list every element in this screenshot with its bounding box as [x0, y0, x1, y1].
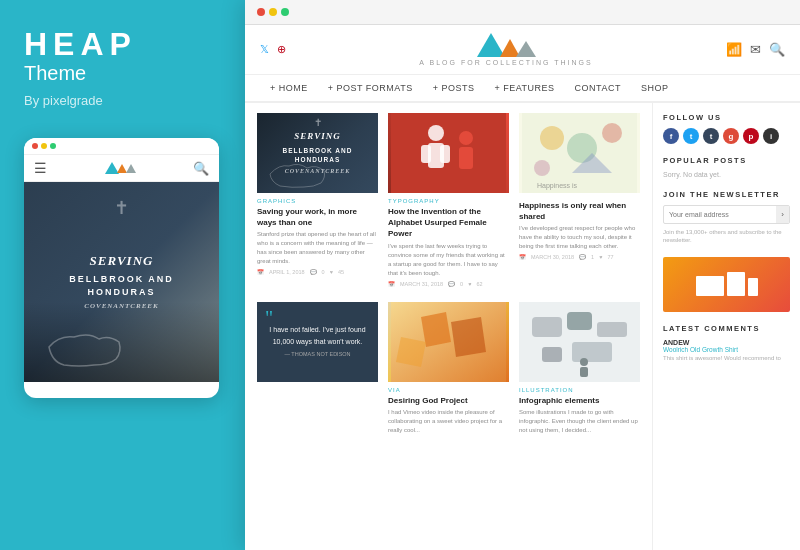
logo-triangles — [419, 33, 592, 57]
svg-point-8 — [540, 126, 564, 150]
newsletter-email-input[interactable] — [664, 207, 776, 222]
sidebar-promo — [663, 257, 790, 312]
nav-home[interactable]: + HOME — [260, 75, 318, 101]
twitter-icon[interactable]: 𝕏 — [260, 43, 269, 56]
site-tagline: A BLOG FOR COLLECTING THINGS — [419, 59, 592, 66]
nav-post-formats[interactable]: + POST FORMATS — [318, 75, 423, 101]
post-title[interactable]: How the Invention of the Alphabet Usurpe… — [388, 206, 509, 240]
twitter-icon[interactable]: t — [683, 128, 699, 144]
promo-tablet — [727, 272, 745, 296]
logo-t3 — [516, 41, 536, 57]
facebook-icon[interactable]: f — [663, 128, 679, 144]
post-card: ✝ Serving BELLBROOK AND HONDURAS Covenan… — [257, 113, 378, 292]
mobile-mockup: ☰ 🔍 ✝ Serving BELLBROOK AND HONDURAS Cov… — [24, 138, 219, 398]
post-excerpt: Some illustrations I made to go with inf… — [519, 408, 640, 435]
brand-title: HEAP — [24, 28, 137, 60]
comment-count: 1 — [591, 254, 594, 260]
list-item: ANDEW Woolrich Old Growth Shirt This shi… — [663, 339, 790, 362]
pinterest-icon[interactable]: p — [743, 128, 759, 144]
svg-rect-21 — [597, 322, 627, 337]
mobile-hamburger-icon[interactable]: ☰ — [34, 160, 47, 176]
post-title[interactable]: Happiness is only real when shared — [519, 200, 640, 222]
cross-icon: ✝ — [314, 117, 322, 128]
brand-subtitle: Theme — [24, 62, 86, 85]
comment-post-link[interactable]: Woolrich Old Growth Shirt — [663, 346, 790, 353]
heart-icon: ♥ — [468, 281, 471, 287]
browser-dot-green — [281, 8, 289, 16]
quote-mark: " — [265, 307, 273, 330]
newsletter-submit-button[interactable]: › — [776, 206, 789, 223]
promo-phone — [748, 278, 758, 296]
post-category: VIA — [388, 387, 509, 393]
post-category: TYPOGRAPHY — [388, 198, 509, 204]
mobile-nav-bar: ☰ 🔍 — [24, 155, 219, 182]
email-icon[interactable]: ✉ — [750, 42, 761, 57]
comment-author: ANDEW — [663, 339, 790, 346]
post-excerpt: I've developed great respect for people … — [519, 224, 640, 251]
post-meta: 📅 MARCH 30, 2018 💬 1 ♥ 77 — [519, 254, 640, 260]
site-nav: + HOME + POST FORMATS + POSTS + FEATURES… — [245, 75, 800, 103]
googleplus-icon[interactable]: g — [723, 128, 739, 144]
post-image-infographic — [519, 302, 640, 382]
mobile-dot-red — [32, 143, 38, 149]
svg-rect-20 — [567, 312, 592, 330]
mobile-hero-text: Serving BELLBROOK AND HONDURAS CovenantC… — [61, 244, 182, 320]
brand-by: By pixelgrade — [24, 93, 103, 108]
nav-contact[interactable]: CONTACT — [565, 75, 631, 101]
blog-sidebar: FOLLOW US f t t g p i POPULAR POSTS Sorr… — [652, 103, 800, 550]
post-title[interactable]: Desiring God Project — [388, 395, 509, 406]
post-body: ILLUSTRATION Infographic elements Some i… — [519, 382, 640, 443]
browser-top-bar — [245, 0, 800, 25]
comment-icon: 💬 — [448, 281, 455, 287]
browser-dot-red — [257, 8, 265, 16]
post-date: APRIL 1, 2018 — [269, 269, 305, 275]
post-image-quote: " I have not failed. I've just found 10,… — [257, 302, 378, 382]
serving-text: Serving BELLBROOK AND HONDURAS CovenantC… — [283, 130, 353, 176]
post-category: ILLUSTRATION — [519, 387, 640, 393]
promo-banner[interactable] — [663, 257, 790, 312]
site-content: ✝ Serving BELLBROOK AND HONDURAS Covenan… — [245, 103, 800, 550]
post-title[interactable]: Saving your work, in more ways than one — [257, 206, 378, 228]
svg-rect-22 — [542, 347, 562, 362]
latest-comments-title: LATEST COMMENTS — [663, 324, 790, 333]
browser-dot-yellow — [269, 8, 277, 16]
blog-grid: ✝ Serving BELLBROOK AND HONDURAS Covenan… — [257, 113, 640, 443]
post-excerpt: Stanford prize that opened up the heart … — [257, 230, 378, 266]
mobile-search-icon[interactable]: 🔍 — [193, 161, 209, 176]
svg-point-10 — [602, 123, 622, 143]
promo-mockup — [696, 272, 758, 296]
post-title[interactable]: Infographic elements — [519, 395, 640, 406]
svg-point-24 — [580, 358, 588, 366]
mobile-hero-image: ✝ Serving BELLBROOK AND HONDURAS Covenan… — [24, 182, 219, 382]
svg-rect-6 — [459, 147, 473, 169]
nav-features[interactable]: + FEATURES — [484, 75, 564, 101]
svg-point-12 — [534, 160, 550, 176]
post-image-serving: ✝ Serving BELLBROOK AND HONDURAS Covenan… — [257, 113, 378, 193]
like-count: 62 — [476, 281, 482, 287]
svg-rect-19 — [532, 317, 562, 337]
cross-icon: ✝ — [114, 197, 129, 219]
instagram-icon[interactable]: i — [763, 128, 779, 144]
heart-icon: ♥ — [330, 269, 333, 275]
mobile-dot-green — [50, 143, 56, 149]
sidebar-latest-comments: LATEST COMMENTS ANDEW Woolrich Old Growt… — [663, 324, 790, 362]
svg-marker-16 — [451, 317, 486, 357]
search-icon[interactable]: 🔍 — [769, 42, 785, 57]
quote-text: I have not failed. I've just found 10,00… — [257, 324, 378, 358]
post-card: TYPOGRAPHY How the Invention of the Alph… — [388, 113, 509, 292]
mobile-logo — [105, 162, 136, 174]
site-header: 𝕏 ⊕ A BLOG FOR COLLECTING THINGS 📶 ✉ 🔍 — [245, 25, 800, 75]
svg-rect-4 — [440, 145, 450, 163]
tumblr-icon[interactable]: t — [703, 128, 719, 144]
nav-posts[interactable]: + POSTS — [423, 75, 485, 101]
sidebar-popular-posts: POPULAR POSTS Sorry. No data yet. — [663, 156, 790, 178]
us-map-icon — [44, 327, 124, 372]
nav-shop[interactable]: SHOP — [631, 75, 679, 101]
post-image-happiness: Happiness is — [519, 113, 640, 193]
comment-icon: 💬 — [579, 254, 586, 260]
rss-icon[interactable]: 📶 — [726, 42, 742, 57]
post-card: Happiness is Happiness is only real when… — [519, 113, 640, 292]
pinterest-icon[interactable]: ⊕ — [277, 43, 286, 56]
post-date: MARCH 30, 2018 — [531, 254, 574, 260]
post-excerpt: I had Vimeo video inside the pleasure of… — [388, 408, 509, 435]
